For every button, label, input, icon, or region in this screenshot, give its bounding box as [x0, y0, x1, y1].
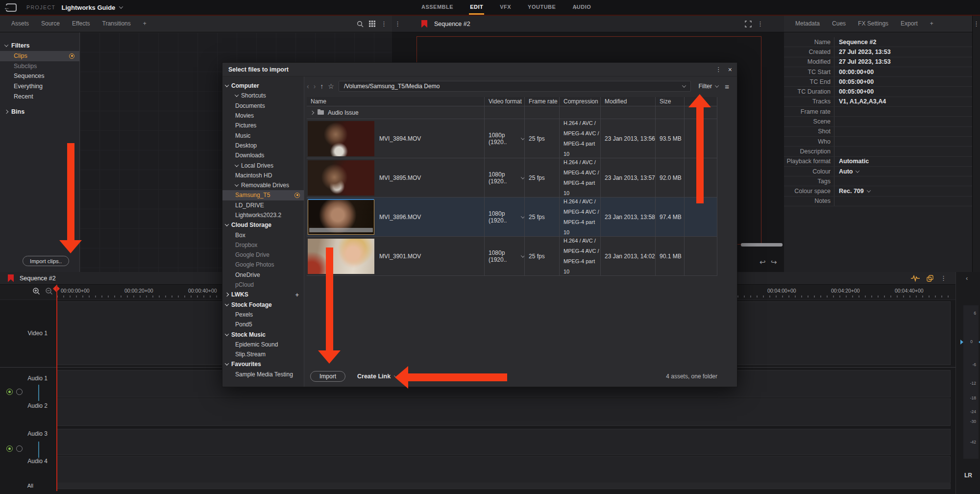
tree-item[interactable]: Epidemic Sound [222, 340, 304, 349]
tree-item[interactable]: Lightworks2023.2 [222, 210, 304, 220]
metadata-row[interactable]: Tracks V1, A1,A2,A3,A4 [784, 97, 972, 107]
dialog-menu-icon[interactable]: ⋮ [715, 66, 722, 73]
redo-icon[interactable]: ↪ [771, 258, 777, 267]
zoom-in-icon[interactable] [32, 287, 40, 295]
metadata-row[interactable]: Colour Auto [784, 167, 972, 176]
metadata-row[interactable]: TC Start 00:00:00+00 [784, 67, 972, 77]
meter-marker-left-icon[interactable] [960, 340, 963, 345]
workspace-tab[interactable]: YOUTUBE [527, 0, 557, 15]
list-view-icon[interactable]: ≡ [725, 82, 729, 91]
panel-tab[interactable]: Cues [831, 16, 847, 32]
tree-item[interactable]: Music [222, 130, 304, 140]
strip-menu-icon[interactable]: ⋮ [973, 21, 980, 27]
all-tracks-label[interactable]: All [0, 483, 33, 489]
add-workspace-tab-button[interactable]: + [573, 3, 577, 11]
clone-view-icon[interactable] [927, 275, 933, 282]
file-row[interactable]: MVI_3901.MOV 1080p (1920.. 25 fps H.264 … [307, 237, 717, 276]
metadata-row[interactable]: TC Duration 00:05:00+00 [784, 87, 972, 97]
file-row[interactable]: MVI_3895.MOV 1080p (1920.. 25 fps H.264 … [307, 158, 717, 198]
tree-item[interactable]: Samsung_T5 [222, 190, 304, 200]
filter-button[interactable]: Filter [698, 83, 718, 90]
tree-item[interactable]: Downloads [222, 150, 304, 160]
search-icon[interactable] [357, 21, 364, 27]
tree-item[interactable]: Cloud Storage [222, 220, 304, 230]
tree-item[interactable]: Slip.Stream [222, 349, 304, 359]
workspace-tab[interactable]: EDIT [469, 0, 484, 15]
metadata-row[interactable]: Scene [784, 117, 972, 126]
track-arm-radio-on[interactable] [6, 389, 13, 395]
metadata-row[interactable]: Colour space Rec. 709 [784, 186, 972, 196]
dialog-titlebar[interactable]: Select files to import ⋮ × [222, 63, 737, 76]
column-header[interactable]: Compression [560, 97, 601, 106]
audio-track-lane[interactable] [56, 398, 951, 426]
viewer-left-menu-icon[interactable]: ⋮ [394, 21, 401, 27]
audio-track-label[interactable]: Audio 3 [0, 430, 48, 437]
panel-tab[interactable]: Assets [10, 16, 30, 32]
panel-tab[interactable]: Source [40, 16, 61, 32]
filter-item[interactable]: Everything [0, 81, 79, 92]
filter-item[interactable]: Sequences [0, 71, 79, 81]
filter-item[interactable]: Recent [0, 91, 79, 101]
chevron-down-icon[interactable] [521, 136, 525, 140]
tree-item[interactable]: Pond5 [222, 320, 304, 329]
metadata-row[interactable]: Created 27 Jul 2023, 13:53 [784, 47, 972, 57]
tree-item[interactable]: LD_DRIVE [222, 200, 304, 210]
tree-item[interactable]: Google Drive [222, 250, 304, 260]
tree-item[interactable]: Google Photos [222, 260, 304, 270]
nav-forward-icon[interactable]: › [314, 82, 316, 90]
metadata-row[interactable]: Frame rate [784, 107, 972, 117]
tree-item[interactable]: OneDrive [222, 270, 304, 280]
tree-item[interactable]: Pexels [222, 310, 304, 320]
tree-item[interactable]: Macintosh HD [222, 171, 304, 180]
tree-item[interactable]: Shortcuts [222, 91, 304, 100]
close-icon[interactable]: × [728, 66, 732, 74]
filters-section-header[interactable]: Filters [0, 40, 79, 51]
column-header[interactable]: Size [656, 97, 685, 106]
viewer-scrollbar[interactable] [741, 243, 783, 247]
workspace-tab[interactable]: VFX [499, 0, 512, 15]
tree-item[interactable]: Box [222, 230, 304, 240]
tree-item[interactable]: Stock Music [222, 329, 304, 339]
column-header[interactable]: Name [307, 97, 485, 106]
zoom-out-icon[interactable] [45, 287, 53, 295]
add-location-button[interactable]: + [295, 291, 299, 298]
nav-up-icon[interactable]: ↑ [320, 82, 323, 90]
panel-tab[interactable]: Transitions [101, 16, 132, 32]
add-panel-tab-button[interactable]: + [142, 16, 147, 32]
audio-track-label[interactable]: Audio 1 [0, 375, 48, 382]
column-header[interactable]: Video format [485, 97, 525, 106]
metadata-row[interactable]: Who [784, 137, 972, 147]
metadata-row[interactable]: Tags [784, 176, 972, 186]
timeline-menu-icon[interactable]: ⋮ [940, 275, 947, 281]
column-header[interactable]: Frame rate [525, 97, 560, 106]
tree-item[interactable]: Desktop [222, 141, 304, 150]
filter-item[interactable]: Clips [0, 51, 79, 61]
fullscreen-icon[interactable] [745, 21, 752, 27]
folder-row[interactable]: Audio Issue [307, 106, 717, 119]
file-row[interactable]: MVI_3896.MOV 1080p (1920.. 25 fps H.264 … [307, 198, 717, 237]
panel-tab[interactable]: Effects [71, 16, 91, 32]
track-arm-radio-on[interactable] [6, 445, 13, 452]
panel-menu-icon[interactable]: ⋮ [381, 21, 387, 27]
track-arm-radio-off[interactable] [16, 445, 23, 452]
audio-track-lane[interactable] [56, 429, 951, 455]
import-clips-button[interactable]: Import clips.. [23, 256, 69, 266]
import-button[interactable]: Import [310, 371, 345, 382]
audio-track-label[interactable]: Audio 2 [0, 402, 48, 409]
viewer-menu-icon[interactable]: ⋮ [757, 21, 763, 27]
audio-track-lane[interactable] [56, 456, 951, 483]
chevron-down-icon[interactable] [682, 83, 686, 87]
video-track-label[interactable]: Video 1 [0, 330, 48, 337]
workspace-tab[interactable]: ASSEMBLE [420, 0, 454, 15]
audio-track-label[interactable]: Audio 4 [0, 458, 48, 465]
tree-item[interactable]: Movies [222, 111, 304, 121]
tree-item[interactable]: Pictures [222, 121, 304, 130]
metadata-row[interactable]: Playback format Automatic [784, 157, 972, 167]
tree-item[interactable]: Removable Drives [222, 180, 304, 190]
filter-item[interactable]: Subclips [0, 61, 79, 72]
tree-item[interactable]: Computer [222, 81, 304, 91]
tree-item[interactable]: Stock Footage [222, 300, 304, 310]
tree-item[interactable]: LWKS + [222, 290, 304, 299]
favourite-star-icon[interactable]: ☆ [328, 82, 334, 90]
expand-chevron-icon[interactable] [310, 110, 314, 114]
